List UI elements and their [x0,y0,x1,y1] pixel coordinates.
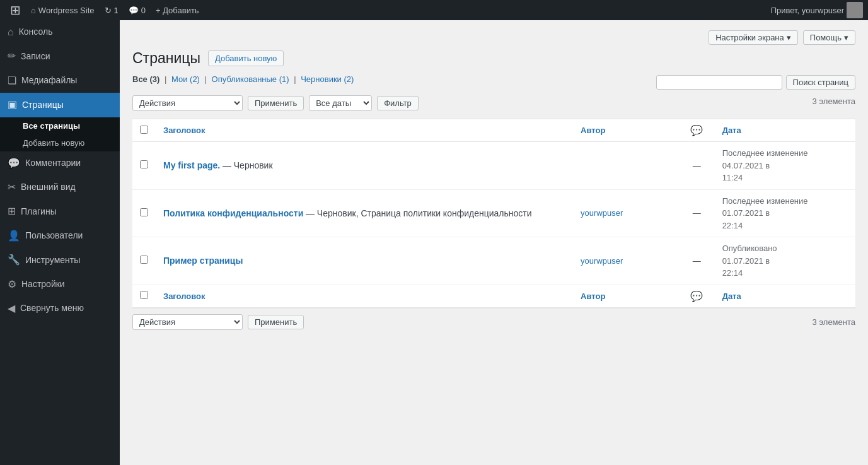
sidebar-label-appearance: Внешний вид [21,181,76,194]
row2-author-link[interactable]: yourwpuser [581,208,623,218]
row3-date: Опубликовано01.07.2021 в22:14 [722,244,777,278]
help-button[interactable]: Помощь ▾ [803,30,855,45]
table-header-row: Заголовок Автор 💬 Дата [132,119,855,142]
wp-logo-button[interactable]: ⊞ [5,0,26,20]
sidebar-label-settings: Настройки [21,278,65,291]
sidebar-label-comments: Комментарии [25,157,81,170]
row2-title-link[interactable]: Политика конфиденциальности [163,208,303,218]
posts-icon: ✏ [8,49,16,63]
site-name-button[interactable]: ⌂ Wordpress Site [26,0,100,20]
header-comments[interactable]: 💬 [679,119,715,142]
top-right-controls: Настройки экрана ▾ Помощь ▾ [132,30,855,45]
row3-checkbox-cell [132,237,156,285]
page-title: Страницы [132,50,200,67]
avatar[interactable] [847,2,863,18]
row1-title-link[interactable]: My first page. [163,160,220,170]
sidebar-label-posts: Записи [21,50,50,63]
row1-checkbox[interactable] [140,160,148,168]
appearance-icon: ✂ [8,180,16,194]
tools-icon: 🔧 [8,253,20,267]
sidebar: ⌂ Консоль ✏ Записи ❏ Медиафайлы ▣ Страни… [0,20,120,465]
row2-title-cell: Политика конфиденциальности — Черновик, … [156,189,573,237]
sidebar-item-appearance[interactable]: ✂ Внешний вид [0,175,120,199]
console-icon: ⌂ [8,25,14,39]
sidebar-item-media[interactable]: ❏ Медиафайлы [0,69,120,93]
updates-button[interactable]: ↻ 1 [100,0,124,20]
sidebar-sub-all-pages[interactable]: Все страницы [0,117,120,134]
footer-comments[interactable]: 💬 [679,285,715,307]
dates-select[interactable]: Все даты Июль 2021 [309,95,372,111]
sidebar-label-pages: Страницы [22,99,64,112]
row3-author-link[interactable]: yourwpuser [581,256,623,266]
collapse-label: Свернуть меню [20,302,84,315]
add-new-page-button[interactable]: Добавить новую [208,50,284,66]
help-label: Помощь [810,33,842,42]
sidebar-item-posts[interactable]: ✏ Записи [0,44,120,68]
row3-checkbox[interactable] [140,256,148,264]
sidebar-item-console[interactable]: ⌂ Консоль [0,20,120,44]
sidebar-sub-add-new-page[interactable]: Добавить новую [0,134,120,151]
filter-mine[interactable]: Мои (2) [171,74,200,84]
comments-sidebar-icon: 💬 [8,156,20,170]
settings-icon: ⚙ [8,278,16,291]
filter-drafts[interactable]: Черновики (2) [301,74,354,84]
sidebar-item-comments[interactable]: 💬 Комментарии [0,151,120,175]
sidebar-label-users: Пользователи [25,230,83,242]
screen-options-chevron-icon: ▾ [787,33,791,42]
topbar-right: Привет, yourwpuser [771,2,863,18]
row1-author-cell [573,142,679,190]
action-bar-top: Действия Изменить Быстрое изменение Пере… [132,95,855,111]
users-icon: 👤 [8,229,20,243]
sidebar-item-plugins[interactable]: ⊞ Плагины [0,199,120,223]
help-chevron-icon: ▾ [844,33,848,42]
footer-author[interactable]: Автор [573,285,679,307]
search-button[interactable]: Поиск страниц [786,75,855,90]
add-new-button[interactable]: + Добавить [151,0,204,20]
row2-date: Последнее изменение01.07.2021 в22:14 [722,196,808,230]
select-all-checkbox[interactable] [140,126,148,134]
header-date[interactable]: Дата [715,119,855,142]
header-checkbox-cell [132,119,156,142]
footer-date[interactable]: Дата [715,285,855,307]
apply-button-bottom[interactable]: Применить [248,315,304,329]
footer-title[interactable]: Заголовок [156,285,573,307]
sidebar-label-media: Медиафайлы [21,74,77,87]
select-all-footer-checkbox[interactable] [140,291,148,299]
sidebar-item-pages[interactable]: ▣ Страницы [0,93,120,117]
apply-button-top[interactable]: Применить [248,96,304,110]
header-date-label: Дата [722,126,741,135]
comments-button[interactable]: 💬 0 [124,0,151,20]
search-input[interactable] [656,75,782,90]
filter-button[interactable]: Фильтр [377,96,419,110]
row1-date-cell: Последнее изменение04.07.2021 в11:24 [715,142,855,190]
all-pages-label: Все страницы [23,121,80,131]
sidebar-item-settings[interactable]: ⚙ Настройки [0,273,120,297]
row1-draft-label: — Черновик [223,160,273,170]
topbar: ⊞ ⌂ Wordpress Site ↻ 1 💬 0 + Добавить Пр… [0,0,868,20]
sidebar-item-users[interactable]: 👤 Пользователи [0,224,120,248]
screen-options-button[interactable]: Настройки экрана ▾ [709,30,798,45]
row1-comments-cell: — [679,142,715,190]
action-bar-bottom: Действия Изменить Быстрое изменение Пере… [132,314,855,330]
filter-published[interactable]: Опубликованные (1) [212,74,289,84]
pages-icon: ▣ [8,98,17,112]
sidebar-label-tools: Инструменты [25,254,80,267]
row2-checkbox[interactable] [140,208,148,216]
page-heading: Страницы Добавить новую [132,50,855,67]
header-title[interactable]: Заголовок [156,119,573,142]
sidebar-item-tools[interactable]: 🔧 Инструменты [0,248,120,272]
header-author[interactable]: Автор [573,119,679,142]
actions-select-bottom[interactable]: Действия Изменить Быстрое изменение Пере… [132,314,243,330]
row2-checkbox-cell [132,189,156,237]
row1-title-cell: My first page. — Черновик [156,142,573,190]
sidebar-item-collapse[interactable]: ◀ Свернуть меню [0,297,120,321]
row3-author-cell: yourwpuser [573,237,679,285]
comments-header-icon: 💬 [690,125,703,136]
row2-draft-label: — Черновик, Страница политики конфиденци… [306,208,532,218]
row3-title-link[interactable]: Пример страницы [163,256,243,266]
row3-comments-cell: — [679,237,715,285]
filter-all[interactable]: Все (3) [132,74,159,84]
footer-title-label: Заголовок [163,291,205,301]
header-title-label: Заголовок [163,126,205,135]
actions-select[interactable]: Действия Изменить Быстрое изменение Пере… [132,95,243,111]
